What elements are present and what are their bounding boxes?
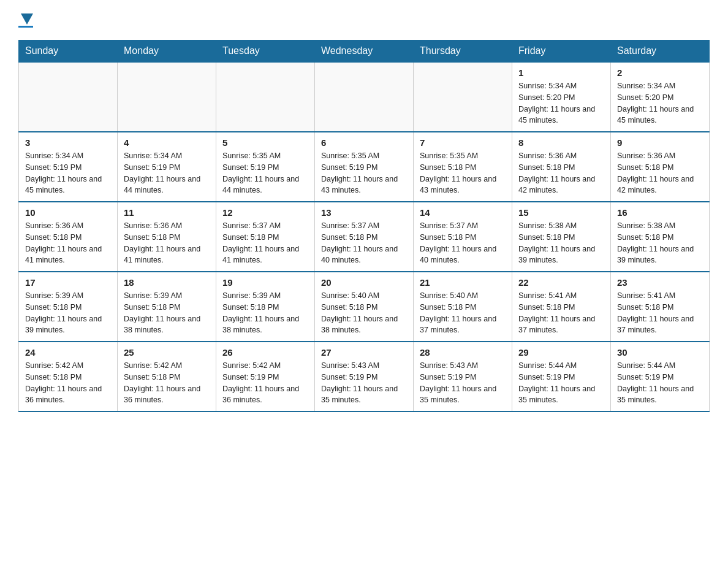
day-info: Sunrise: 5:42 AMSunset: 5:18 PMDaylight:… — [25, 360, 111, 406]
page-header — [18, 12, 710, 28]
calendar-cell: 26Sunrise: 5:42 AMSunset: 5:19 PMDayligh… — [216, 342, 315, 412]
day-info: Sunrise: 5:39 AMSunset: 5:18 PMDaylight:… — [25, 290, 111, 336]
day-info: Sunrise: 5:40 AMSunset: 5:18 PMDaylight:… — [420, 290, 506, 336]
day-number: 10 — [25, 207, 111, 218]
day-info: Sunrise: 5:44 AMSunset: 5:19 PMDaylight:… — [518, 360, 604, 406]
day-info: Sunrise: 5:36 AMSunset: 5:18 PMDaylight:… — [518, 150, 604, 196]
day-info: Sunrise: 5:37 AMSunset: 5:18 PMDaylight:… — [420, 220, 506, 266]
calendar-cell: 6Sunrise: 5:35 AMSunset: 5:19 PMDaylight… — [315, 132, 414, 202]
day-header-saturday: Saturday — [611, 40, 710, 63]
calendar-cell: 24Sunrise: 5:42 AMSunset: 5:18 PMDayligh… — [19, 342, 118, 412]
day-info: Sunrise: 5:41 AMSunset: 5:18 PMDaylight:… — [518, 290, 604, 336]
calendar-cell: 8Sunrise: 5:36 AMSunset: 5:18 PMDaylight… — [512, 132, 611, 202]
day-info: Sunrise: 5:36 AMSunset: 5:18 PMDaylight:… — [25, 220, 111, 266]
calendar-cell: 5Sunrise: 5:35 AMSunset: 5:19 PMDaylight… — [216, 132, 315, 202]
day-number: 27 — [321, 347, 407, 358]
day-number: 15 — [518, 207, 604, 218]
day-number: 25 — [124, 347, 210, 358]
day-info: Sunrise: 5:35 AMSunset: 5:19 PMDaylight:… — [222, 150, 308, 196]
day-number: 11 — [124, 207, 210, 218]
calendar-cell: 12Sunrise: 5:37 AMSunset: 5:18 PMDayligh… — [216, 202, 315, 272]
day-info: Sunrise: 5:44 AMSunset: 5:19 PMDaylight:… — [617, 360, 703, 406]
day-info: Sunrise: 5:37 AMSunset: 5:18 PMDaylight:… — [321, 220, 407, 266]
day-info: Sunrise: 5:38 AMSunset: 5:18 PMDaylight:… — [518, 220, 604, 266]
day-info: Sunrise: 5:35 AMSunset: 5:19 PMDaylight:… — [321, 150, 407, 196]
day-info: Sunrise: 5:36 AMSunset: 5:18 PMDaylight:… — [617, 150, 703, 196]
calendar-cell — [118, 62, 216, 132]
day-number: 3 — [25, 137, 111, 148]
calendar-cell — [414, 62, 512, 132]
day-number: 22 — [518, 277, 604, 288]
day-number: 9 — [617, 137, 703, 148]
day-number: 26 — [222, 347, 308, 358]
day-number: 24 — [25, 347, 111, 358]
day-info: Sunrise: 5:34 AMSunset: 5:20 PMDaylight:… — [617, 80, 703, 126]
day-info: Sunrise: 5:37 AMSunset: 5:18 PMDaylight:… — [222, 220, 308, 266]
calendar-cell: 1Sunrise: 5:34 AMSunset: 5:20 PMDaylight… — [512, 62, 611, 132]
calendar-cell: 3Sunrise: 5:34 AMSunset: 5:19 PMDaylight… — [19, 132, 118, 202]
calendar-cell: 19Sunrise: 5:39 AMSunset: 5:18 PMDayligh… — [216, 272, 315, 342]
logo — [18, 12, 33, 28]
calendar-week-row: 24Sunrise: 5:42 AMSunset: 5:18 PMDayligh… — [19, 342, 710, 412]
day-number: 1 — [518, 67, 604, 78]
day-number: 19 — [222, 277, 308, 288]
day-number: 5 — [222, 137, 308, 148]
day-header-tuesday: Tuesday — [216, 40, 315, 63]
day-number: 28 — [420, 347, 506, 358]
day-header-friday: Friday — [512, 40, 611, 63]
calendar-header-row: SundayMondayTuesdayWednesdayThursdayFrid… — [19, 40, 710, 63]
day-number: 21 — [420, 277, 506, 288]
calendar-cell: 15Sunrise: 5:38 AMSunset: 5:18 PMDayligh… — [512, 202, 611, 272]
calendar-cell: 16Sunrise: 5:38 AMSunset: 5:18 PMDayligh… — [611, 202, 710, 272]
day-header-sunday: Sunday — [19, 40, 118, 63]
calendar-cell — [315, 62, 414, 132]
calendar-cell: 30Sunrise: 5:44 AMSunset: 5:19 PMDayligh… — [611, 342, 710, 412]
day-number: 17 — [25, 277, 111, 288]
calendar-cell: 7Sunrise: 5:35 AMSunset: 5:18 PMDaylight… — [414, 132, 512, 202]
day-info: Sunrise: 5:35 AMSunset: 5:18 PMDaylight:… — [420, 150, 506, 196]
calendar-cell: 18Sunrise: 5:39 AMSunset: 5:18 PMDayligh… — [118, 272, 216, 342]
day-info: Sunrise: 5:43 AMSunset: 5:19 PMDaylight:… — [321, 360, 407, 406]
calendar-cell: 4Sunrise: 5:34 AMSunset: 5:19 PMDaylight… — [118, 132, 216, 202]
day-number: 18 — [124, 277, 210, 288]
day-info: Sunrise: 5:36 AMSunset: 5:18 PMDaylight:… — [124, 220, 210, 266]
calendar-cell: 11Sunrise: 5:36 AMSunset: 5:18 PMDayligh… — [118, 202, 216, 272]
day-number: 13 — [321, 207, 407, 218]
day-number: 29 — [518, 347, 604, 358]
day-header-thursday: Thursday — [414, 40, 512, 63]
day-number: 14 — [420, 207, 506, 218]
day-info: Sunrise: 5:34 AMSunset: 5:19 PMDaylight:… — [124, 150, 210, 196]
logo-underline — [18, 26, 33, 28]
day-number: 7 — [420, 137, 506, 148]
calendar-cell: 28Sunrise: 5:43 AMSunset: 5:19 PMDayligh… — [414, 342, 512, 412]
day-info: Sunrise: 5:41 AMSunset: 5:18 PMDaylight:… — [617, 290, 703, 336]
logo-triangle-icon — [21, 13, 33, 25]
day-number: 20 — [321, 277, 407, 288]
calendar-cell: 25Sunrise: 5:42 AMSunset: 5:18 PMDayligh… — [118, 342, 216, 412]
day-info: Sunrise: 5:43 AMSunset: 5:19 PMDaylight:… — [420, 360, 506, 406]
calendar-cell — [216, 62, 315, 132]
calendar-cell: 21Sunrise: 5:40 AMSunset: 5:18 PMDayligh… — [414, 272, 512, 342]
day-number: 12 — [222, 207, 308, 218]
day-header-wednesday: Wednesday — [315, 40, 414, 63]
day-number: 16 — [617, 207, 703, 218]
calendar-week-row: 17Sunrise: 5:39 AMSunset: 5:18 PMDayligh… — [19, 272, 710, 342]
calendar-cell: 10Sunrise: 5:36 AMSunset: 5:18 PMDayligh… — [19, 202, 118, 272]
day-number: 6 — [321, 137, 407, 148]
calendar-cell: 27Sunrise: 5:43 AMSunset: 5:19 PMDayligh… — [315, 342, 414, 412]
day-number: 2 — [617, 67, 703, 78]
day-info: Sunrise: 5:34 AMSunset: 5:19 PMDaylight:… — [25, 150, 111, 196]
calendar-cell — [19, 62, 118, 132]
calendar-week-row: 10Sunrise: 5:36 AMSunset: 5:18 PMDayligh… — [19, 202, 710, 272]
calendar-cell: 14Sunrise: 5:37 AMSunset: 5:18 PMDayligh… — [414, 202, 512, 272]
day-number: 8 — [518, 137, 604, 148]
calendar-cell: 22Sunrise: 5:41 AMSunset: 5:18 PMDayligh… — [512, 272, 611, 342]
day-info: Sunrise: 5:34 AMSunset: 5:20 PMDaylight:… — [518, 80, 604, 126]
calendar-cell: 2Sunrise: 5:34 AMSunset: 5:20 PMDaylight… — [611, 62, 710, 132]
day-info: Sunrise: 5:40 AMSunset: 5:18 PMDaylight:… — [321, 290, 407, 336]
calendar-table: SundayMondayTuesdayWednesdayThursdayFrid… — [18, 40, 710, 412]
day-info: Sunrise: 5:42 AMSunset: 5:18 PMDaylight:… — [124, 360, 210, 406]
calendar-cell: 17Sunrise: 5:39 AMSunset: 5:18 PMDayligh… — [19, 272, 118, 342]
calendar-cell: 13Sunrise: 5:37 AMSunset: 5:18 PMDayligh… — [315, 202, 414, 272]
calendar-week-row: 3Sunrise: 5:34 AMSunset: 5:19 PMDaylight… — [19, 132, 710, 202]
